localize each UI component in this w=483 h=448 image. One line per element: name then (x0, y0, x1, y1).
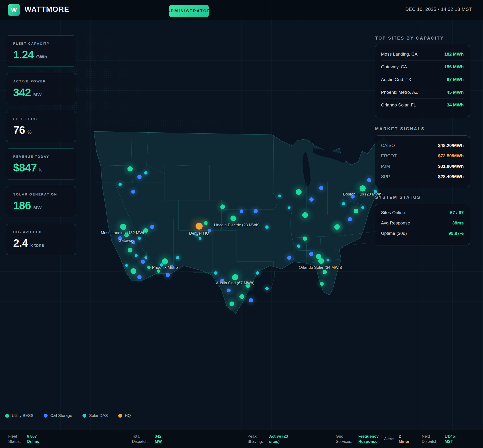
site-dot-solar[interactable] (256, 271, 259, 275)
site-dot-bess[interactable] (239, 294, 244, 299)
top-site-row[interactable]: Orlando Solar, FL34 MWh (381, 99, 464, 111)
top-site-row[interactable]: Gateway, CA156 MWh (381, 61, 464, 73)
site-dot-bess[interactable] (130, 268, 136, 274)
site-dot-bess[interactable] (303, 236, 307, 241)
site-dot-bess[interactable] (354, 209, 358, 213)
legend-item-ci[interactable]: C&I Storage (44, 413, 72, 418)
kpi-card-solar-generation[interactable]: SOLAR GENERATION186MW (6, 186, 76, 217)
kpi-card-co-avoided[interactable]: CO₂ AVOIDED2.4k tons (6, 224, 76, 255)
site-dot-ci[interactable] (309, 197, 314, 202)
administrator-badge[interactable]: ADMINISTRATOR (169, 5, 209, 17)
site-dot-bess[interactable] (220, 204, 225, 209)
legend-item-hq[interactable]: HQ (118, 413, 131, 418)
site-dot-solar[interactable] (278, 195, 281, 197)
site-dot-solar[interactable] (342, 202, 345, 205)
site-dot-solar[interactable] (265, 287, 269, 290)
site-dot-bess[interactable] (296, 189, 302, 195)
app-title: WATTMORE (24, 5, 70, 14)
market-price: $48.20/MWh (438, 143, 464, 148)
site-dot-ci[interactable] (249, 298, 253, 303)
site-dot-bess[interactable] (322, 270, 327, 274)
site-dot-solar[interactable] (297, 245, 300, 248)
site-name: Orlando Solar, FL (381, 103, 416, 108)
site-dot-solar[interactable] (288, 206, 290, 209)
kpi-value: $847 (13, 161, 37, 174)
site-dot-solar[interactable] (145, 256, 147, 259)
site-dot-ci[interactable] (131, 190, 135, 194)
site-dot-ci[interactable] (137, 275, 142, 279)
site-dot-solar[interactable] (138, 237, 141, 240)
site-dot-ci[interactable] (367, 178, 371, 182)
site-dot-bess[interactable] (302, 212, 308, 218)
statusbar-value: Active (23 sites) (269, 434, 288, 444)
site-dot-bess[interactable] (204, 221, 208, 225)
site-dot-bess[interactable] (320, 282, 324, 286)
site-name: Moss Landing, CA (381, 52, 418, 57)
site-dot-bess[interactable] (316, 254, 321, 259)
site-dot-solar[interactable] (214, 271, 217, 275)
site-dot-solar[interactable] (135, 254, 137, 257)
statusbar-value: 67/67 Online (27, 434, 39, 444)
site-dot-ci[interactable] (227, 288, 231, 292)
site-dot-hq[interactable] (196, 223, 203, 230)
site-dot-solar[interactable] (125, 264, 128, 267)
market-price: $28.40/MWh (438, 174, 464, 179)
site-dot-bess[interactable] (128, 248, 132, 253)
kpi-unit: k (39, 167, 42, 173)
site-dot-ci[interactable] (254, 209, 258, 213)
legend-item-solar[interactable]: Solar DAS (82, 413, 108, 418)
site-dot-ci[interactable] (137, 175, 142, 179)
site-dot-ci[interactable] (141, 260, 145, 264)
site-dot-solar[interactable] (361, 206, 364, 209)
map-site-label: Lincoln Electric (23 MWh) (214, 223, 260, 228)
kpi-card-revenue-today[interactable]: REVENUE TODAY$847k (6, 148, 76, 180)
site-capacity-value: 67 MWh (447, 77, 464, 82)
kpi-unit: MW (33, 205, 42, 210)
app-logo[interactable]: W (8, 4, 20, 16)
system-status-title: SYSTEM STATUS (375, 195, 470, 200)
site-dot-ci[interactable] (319, 186, 323, 190)
system-status-row: Sites Online67 / 67 (381, 208, 464, 218)
site-dot-bess[interactable] (120, 224, 126, 230)
site-dot-solar[interactable] (119, 183, 122, 186)
kpi-card-fleet-capacity[interactable]: FLEET CAPACITY1.24GWh (6, 35, 76, 67)
legend-item-bess[interactable]: Utility BESS (5, 413, 33, 418)
site-dot-solar[interactable] (327, 259, 329, 261)
site-dot-bess[interactable] (335, 224, 340, 229)
statusbar-value: 342 MW (155, 434, 162, 444)
kpi-unit: MW (33, 92, 42, 97)
site-dot-bess[interactable] (360, 185, 366, 192)
site-dot-bess[interactable] (229, 302, 234, 306)
kpi-card-fleet-soc[interactable]: FLEET SOC76% (6, 111, 76, 142)
market-signal-row: CAISO$48.20/MWh (381, 140, 464, 151)
top-site-row[interactable]: Austin Grid, TX67 MWh (381, 73, 464, 86)
status-value: 38ms (452, 220, 464, 226)
site-dot-ci[interactable] (348, 217, 352, 221)
site-name: Phoenix Metro, AZ (381, 90, 418, 95)
top-sites-rows: Moss Landing, CA182 MWhGateway, CA156 MW… (375, 45, 470, 114)
top-site-row[interactable]: Phoenix Metro, AZ45 MWh (381, 86, 464, 99)
statusbar-group: Next Dispatch:14:45 MST (422, 430, 455, 448)
site-dot-ci[interactable] (166, 273, 170, 277)
site-dot-ci[interactable] (309, 252, 313, 256)
site-dot-bess[interactable] (157, 270, 160, 273)
market-name: SPP (381, 174, 390, 179)
site-dot-ci[interactable] (287, 256, 291, 260)
site-dot-solar[interactable] (199, 237, 201, 240)
market-signals-title: MARKET SIGNALS (375, 127, 470, 131)
site-dot-bess[interactable] (128, 166, 133, 171)
top-site-row[interactable]: Moss Landing, CA182 MWh (381, 48, 464, 61)
site-dot-bess[interactable] (318, 258, 324, 264)
site-dot-solar[interactable] (176, 256, 179, 259)
kpi-card-active-power[interactable]: ACTIVE POWER342MW (6, 73, 76, 104)
site-dot-solar[interactable] (144, 171, 147, 175)
site-dot-solar[interactable] (265, 225, 269, 229)
site-dot-bess[interactable] (147, 266, 151, 269)
map-site-label: Austin Grid (67 MWh) (216, 281, 254, 286)
datetime-display: DEC 10, 2025 • 14:32:18 MST (405, 7, 472, 12)
map-legend: Utility BESSC&I StorageSolar DASHQ (5, 413, 131, 418)
site-dot-bess[interactable] (232, 274, 238, 280)
site-dot-ci[interactable] (240, 209, 243, 213)
site-dot-bess[interactable] (230, 216, 236, 221)
site-dot-ci[interactable] (150, 225, 154, 229)
